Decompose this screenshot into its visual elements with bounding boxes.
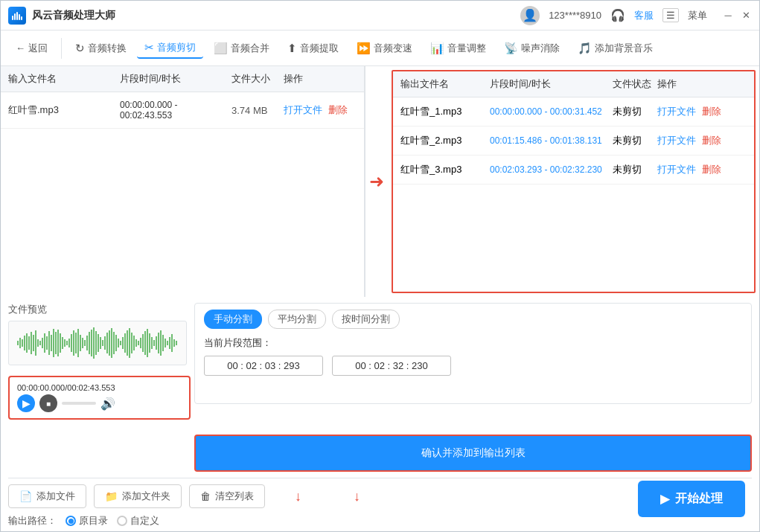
extract-icon: ⬆ <box>287 42 297 55</box>
out-filename-1: 红叶雪_1.mp3 <box>400 105 490 118</box>
svg-rect-22 <box>55 332 57 354</box>
denoise-button[interactable]: 📡 噪声消除 <box>496 39 567 58</box>
out-delete-3[interactable]: 删除 <box>702 163 721 176</box>
radio-original-inner <box>68 519 74 524</box>
time-inputs <box>204 356 742 376</box>
speed-button[interactable]: ⏩ 音频变速 <box>349 39 420 58</box>
play-button[interactable]: ▶ <box>17 394 35 412</box>
svg-rect-67 <box>156 336 157 350</box>
input-duration: 00:00:00.000 - 00:02:43.553 <box>120 100 231 121</box>
segment-options: 手动分割 平均分割 按时间分割 当前片段范围： <box>194 303 752 404</box>
out-actions-3: 打开文件 删除 <box>657 163 747 176</box>
svg-rect-40 <box>95 331 97 355</box>
svg-rect-15 <box>39 341 41 345</box>
input-size: 3.74 MB <box>231 105 284 116</box>
out-filename-2: 红叶雪_2.mp3 <box>400 134 490 147</box>
svg-rect-38 <box>91 330 92 356</box>
out-delete-2[interactable]: 删除 <box>702 134 721 147</box>
top-section: 输入文件名 片段时间/时长 文件大小 操作 红叶雪.mp3 00:00:00.0… <box>1 66 759 297</box>
time-end-input[interactable] <box>332 356 451 376</box>
svg-rect-3 <box>19 14 20 20</box>
convert-button[interactable]: ↻ 音频转换 <box>68 39 134 58</box>
add-folder-button[interactable]: 📁 添加文件夹 <box>94 484 182 508</box>
svg-rect-58 <box>135 339 137 347</box>
input-open-file[interactable]: 打开文件 <box>284 103 322 117</box>
tab-time[interactable]: 按时间分割 <box>332 310 400 329</box>
svg-rect-11 <box>31 332 32 354</box>
svg-rect-37 <box>89 332 90 354</box>
svg-rect-35 <box>84 340 86 346</box>
volume-button[interactable]: 📊 音量调整 <box>423 39 494 58</box>
cut-icon: ✂ <box>144 41 154 54</box>
menu-icon: ☰ <box>662 8 679 22</box>
svg-rect-34 <box>82 338 83 348</box>
svg-rect-33 <box>80 335 81 351</box>
tab-manual[interactable]: 手动分割 <box>204 310 262 329</box>
clear-list-button[interactable]: 🗑 清空列表 <box>189 484 265 508</box>
output-col-status: 文件状态 <box>613 77 657 91</box>
radio-custom[interactable]: 自定义 <box>117 514 159 528</box>
radio-original[interactable]: 原目录 <box>66 514 108 528</box>
svg-rect-4 <box>21 16 22 20</box>
out-status-1: 未剪切 <box>613 105 657 118</box>
svg-rect-21 <box>53 329 54 357</box>
confirm-add-button[interactable]: 确认并添加到输出列表 <box>194 435 752 472</box>
confirm-row: 确认并添加到输出列表 <box>194 408 752 472</box>
svg-rect-24 <box>60 333 61 353</box>
svg-rect-14 <box>37 339 39 347</box>
out-open-1[interactable]: 打开文件 <box>657 105 696 118</box>
stop-button[interactable]: ■ <box>39 394 57 412</box>
output-table-section: 输出文件名 片段时间/时长 文件状态 操作 红叶雪_1.mp3 00:00:00… <box>392 70 756 293</box>
add-file-button[interactable]: 📄 添加文件 <box>8 484 86 508</box>
close-button[interactable]: ✕ <box>740 10 752 22</box>
svg-rect-0 <box>12 16 13 20</box>
tab-average[interactable]: 平均分割 <box>268 310 326 329</box>
svg-rect-48 <box>113 332 115 354</box>
svg-rect-74 <box>171 334 173 352</box>
svg-rect-65 <box>151 337 153 349</box>
svg-rect-17 <box>44 333 45 353</box>
svg-rect-23 <box>57 330 59 356</box>
segment-panel: 手动分割 平均分割 按时间分割 当前片段范围： 确认并添加到输出列表 <box>194 303 752 472</box>
svg-rect-16 <box>42 338 43 348</box>
out-open-3[interactable]: 打开文件 <box>657 163 696 176</box>
svg-rect-13 <box>35 330 36 356</box>
merge-icon: ⬜ <box>214 42 228 55</box>
file-preview-panel: 文件预览 <box>8 303 187 472</box>
output-col-duration: 片段时间/时长 <box>490 77 613 91</box>
svg-rect-5 <box>17 341 19 345</box>
out-status-3: 未剪切 <box>613 163 657 176</box>
svg-rect-42 <box>100 337 101 349</box>
svg-rect-46 <box>109 330 110 356</box>
merge-button[interactable]: ⬜ 音频合并 <box>206 39 277 58</box>
back-button[interactable]: ← 返回 <box>8 39 55 58</box>
input-delete[interactable]: 删除 <box>328 103 348 117</box>
minimize-button[interactable]: ─ <box>722 10 734 22</box>
volume-icon[interactable]: 🔊 <box>100 397 115 411</box>
input-col-duration: 片段时间/时长 <box>120 72 231 86</box>
cut-button[interactable]: ✂ 音频剪切 <box>137 38 203 59</box>
svg-rect-63 <box>147 329 148 357</box>
support-label[interactable]: 客服 <box>634 9 654 22</box>
out-actions-2: 打开文件 删除 <box>657 134 747 147</box>
bgmusic-icon: 🎵 <box>578 42 592 55</box>
extract-button[interactable]: ⬆ 音频提取 <box>280 39 346 58</box>
bottom-top-row: 文件预览 <box>8 303 752 472</box>
svg-rect-54 <box>127 330 128 356</box>
bgmusic-button[interactable]: 🎵 添加背景音乐 <box>570 39 660 58</box>
start-button[interactable]: ▶ 开始处理 <box>638 481 745 517</box>
out-duration-1: 00:00:00.000 - 00:00:31.452 <box>490 106 613 117</box>
svg-rect-69 <box>160 330 162 356</box>
svg-rect-28 <box>68 339 70 347</box>
out-open-2[interactable]: 打开文件 <box>657 134 696 147</box>
play-start-icon: ▶ <box>660 492 669 506</box>
menu-label[interactable]: 菜单 <box>688 9 707 22</box>
svg-rect-12 <box>33 335 34 351</box>
svg-rect-47 <box>111 328 112 358</box>
time-start-input[interactable] <box>204 356 323 376</box>
out-delete-1[interactable]: 删除 <box>702 105 721 118</box>
svg-rect-9 <box>26 333 28 353</box>
window-controls: ─ ✕ <box>722 10 752 22</box>
toolbar-divider-1 <box>61 38 62 59</box>
progress-bar[interactable] <box>62 402 96 405</box>
